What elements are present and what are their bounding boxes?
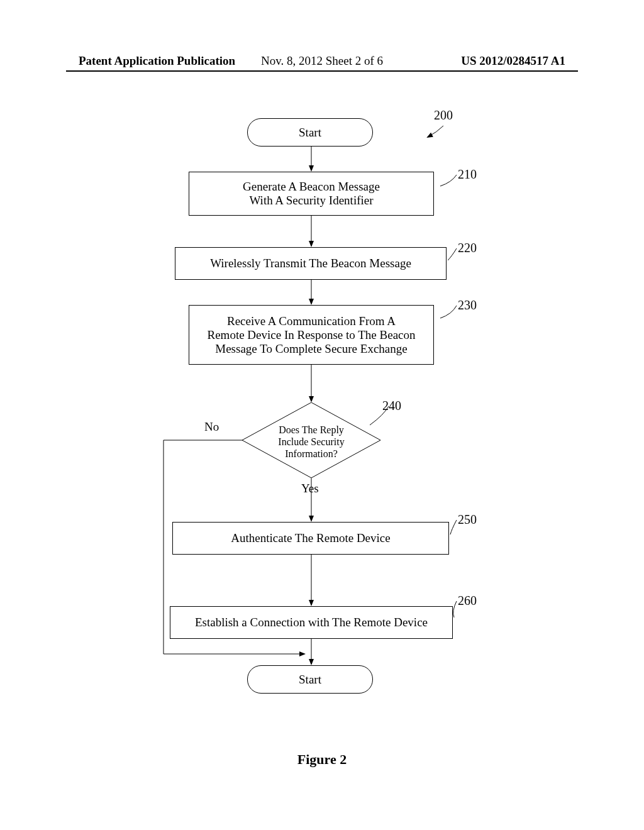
- figure-caption: Figure 2: [0, 751, 644, 768]
- header-publication: Patent Application Publication: [79, 54, 235, 68]
- header-sheet: Nov. 8, 2012 Sheet 2 of 6: [261, 54, 383, 68]
- header-divider: [66, 70, 578, 72]
- flowchart-diagram: 200 210 220 230 240 250 260 Start Start …: [107, 107, 541, 704]
- connector-lines: [107, 107, 541, 704]
- header-patent-number: US 2012/0284517 A1: [461, 54, 565, 68]
